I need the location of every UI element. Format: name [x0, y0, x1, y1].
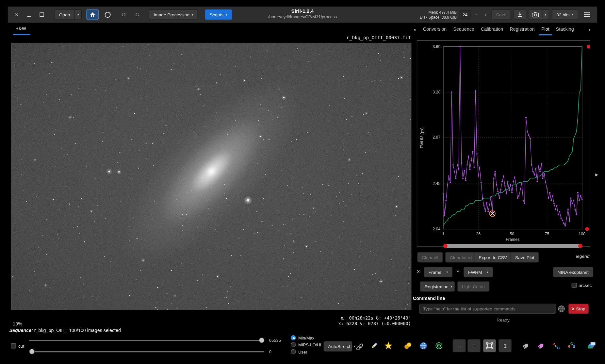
chevron-down-icon: ▾: [572, 13, 574, 16]
svg-text:26: 26: [476, 232, 481, 236]
open-dropdown-button[interactable]: ▾: [75, 9, 82, 20]
open-button[interactable]: Open: [55, 9, 75, 20]
maximize-icon: [40, 12, 44, 17]
slider-track[interactable]: [29, 340, 264, 341]
export-csv-button[interactable]: Export to CSV: [474, 252, 512, 262]
minimize-button[interactable]: [24, 9, 34, 20]
disk-space: Disk Space: 38.8 GiB: [420, 15, 457, 20]
one-to-one-icon: 1: [503, 342, 507, 349]
photometry-button[interactable]: [401, 339, 414, 352]
radio-user[interactable]: User: [291, 349, 307, 354]
maximize-button[interactable]: [37, 9, 47, 20]
fwhm-plot[interactable]: 12650751003.693.282.872.452.04FWHM (px)F…: [417, 41, 590, 247]
radio-button[interactable]: [291, 349, 296, 354]
image-list-button[interactable]: [585, 339, 598, 352]
command-help-button[interactable]: [558, 305, 565, 314]
star-detection-button[interactable]: [382, 339, 395, 352]
arcsec-checkbox[interactable]: [572, 283, 577, 288]
radio-button[interactable]: [291, 335, 296, 340]
redo-button[interactable]: ↻: [132, 9, 143, 20]
tab-registration[interactable]: Registration: [507, 24, 537, 36]
threads-decrease-button[interactable]: −: [473, 9, 480, 20]
tab-bw[interactable]: B&W: [16, 26, 26, 31]
range-handle-right[interactable]: [578, 244, 582, 248]
sequence-info: Sequence: r_bkg_pp_OIII_, 100/100 images…: [9, 328, 121, 333]
svg-text:1: 1: [442, 232, 444, 236]
tab-sequence[interactable]: Sequence: [451, 24, 477, 36]
x-axis-label: X:: [417, 269, 421, 274]
y-axis-dropdown[interactable]: FWHM▾: [464, 267, 493, 277]
image-processing-button[interactable]: Image Processing▾: [149, 9, 198, 20]
sequence-name: r_bkg_pp_OIII_: [33, 328, 66, 333]
download-icon: [517, 11, 523, 18]
threads-increase-button[interactable]: +: [482, 9, 489, 20]
low-threshold-slider[interactable]: [29, 349, 264, 355]
frame-range-slider[interactable]: [444, 244, 582, 248]
home-button[interactable]: [86, 9, 99, 20]
stretch-mode-dropdown[interactable]: AutoStretch▾: [323, 341, 352, 352]
sorted-fwhm-line: [443, 47, 582, 226]
range-handle-left[interactable]: [443, 244, 448, 248]
registration-dropdown[interactable]: Registration▾: [420, 281, 455, 292]
clear-latest-button[interactable]: Clear latest: [445, 252, 477, 262]
x-axis-dropdown[interactable]: Frame▾: [424, 267, 452, 277]
coins-icon: [403, 341, 412, 350]
fwhm-points: [443, 46, 583, 226]
livestack-button[interactable]: [101, 9, 114, 20]
cut-checkbox[interactable]: [11, 343, 16, 348]
zoom-in-button[interactable]: +: [467, 339, 481, 352]
svg-text:3.69: 3.69: [433, 44, 440, 49]
snapshot-button[interactable]: [529, 9, 542, 20]
bit-depth-button[interactable]: 32 bits▾: [552, 9, 578, 20]
tab-stacking[interactable]: Stacking: [554, 24, 576, 36]
zoom-out-button[interactable]: −: [452, 339, 466, 352]
save-plot-button[interactable]: Save Plot: [511, 252, 539, 262]
radio-button[interactable]: [291, 342, 296, 347]
y-range-handle-bottom: [585, 227, 589, 231]
annotation-tag-button[interactable]: [519, 339, 532, 352]
minimize-icon: [27, 16, 31, 17]
command-line-label: Command line: [413, 296, 445, 301]
working-directory: /home/cyril/Images/CP/M31/process: [268, 14, 337, 19]
stop-button[interactable]: × Stop: [568, 304, 589, 314]
svg-text:B: B: [557, 346, 560, 350]
link-channels-button[interactable]: [355, 342, 365, 353]
camera-icon: [532, 12, 539, 18]
annotation-tag-alt-button[interactable]: [534, 339, 547, 352]
menu-button[interactable]: [581, 9, 593, 20]
radio-mips[interactable]: MIPS-LO/HI: [291, 342, 321, 347]
light-curve-button[interactable]: Light Curve: [457, 281, 490, 292]
high-threshold-slider[interactable]: [29, 338, 264, 343]
slider-handle[interactable]: [259, 338, 265, 343]
tab-conversion[interactable]: Conversion: [421, 24, 449, 36]
clear-all-button[interactable]: Clear all: [417, 252, 443, 262]
close-button[interactable]: ×: [12, 9, 22, 20]
radio-minmax[interactable]: Min/Max: [291, 335, 314, 340]
chevron-down-icon: ▾: [226, 13, 227, 16]
image-viewport[interactable]: [11, 43, 412, 310]
stop-x-icon: ×: [572, 306, 574, 312]
panel-expander[interactable]: ▸: [595, 171, 598, 178]
tab-plot[interactable]: Plot: [539, 24, 552, 36]
save-as-button[interactable]: [514, 9, 526, 20]
command-input[interactable]: [419, 304, 556, 314]
rgb-composition-button[interactable]: RGB: [550, 339, 563, 352]
save-button[interactable]: Save: [491, 9, 511, 20]
snapshot-dropdown-button[interactable]: ▾: [542, 9, 549, 20]
tab-calibration[interactable]: Calibration: [479, 24, 506, 36]
nina-exoplanet-button[interactable]: NINA exoplanet: [553, 267, 594, 277]
star-icon: [384, 341, 393, 350]
scripts-button[interactable]: Scripts▾: [205, 9, 232, 20]
rgb-align-button[interactable]: RGB: [565, 339, 578, 352]
tab-scroll-left-button[interactable]: ◂: [413, 27, 416, 32]
undo-button[interactable]: ↺: [118, 9, 129, 20]
tab-scroll-right-button[interactable]: ▸: [589, 27, 591, 32]
threads-field[interactable]: 24: [459, 10, 470, 19]
astrometry-button[interactable]: [417, 339, 430, 352]
slider-handle[interactable]: [29, 349, 35, 355]
background-extraction-button[interactable]: [433, 339, 446, 352]
pixel-picker-button[interactable]: [368, 339, 381, 352]
slider-track[interactable]: [29, 351, 264, 353]
one-to-one-zoom-button[interactable]: 1: [499, 339, 512, 352]
fit-to-window-button[interactable]: [483, 339, 496, 352]
